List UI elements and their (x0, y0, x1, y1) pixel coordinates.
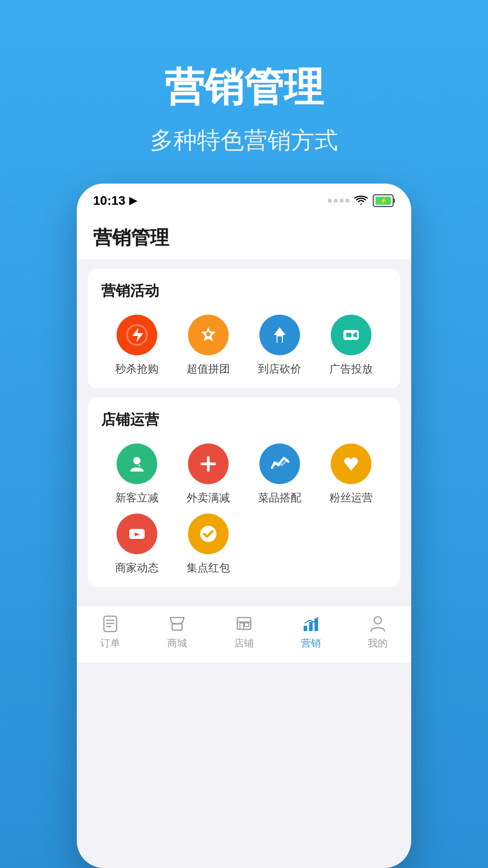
new-customer-item[interactable]: ✦ 新客立减 (101, 443, 173, 505)
battery-indicator: ⚡ (373, 194, 395, 207)
nav-item-shop[interactable]: 商城 (167, 614, 187, 650)
svg-rect-9 (201, 462, 216, 465)
nav-item-store[interactable]: 店铺 (234, 614, 254, 650)
menu-match-item[interactable]: 菜品搭配 (244, 443, 315, 505)
status-bar: 10:13 ▶ (77, 184, 411, 212)
delivery-discount-item[interactable]: 外卖满减 (173, 443, 244, 505)
store-icon (235, 614, 253, 633)
fan-ops-label: 粉丝运营 (329, 491, 373, 505)
svg-rect-23 (309, 622, 313, 631)
flash-sale-icon (117, 315, 157, 355)
svg-point-25 (374, 617, 381, 624)
flash-sale-label: 秒杀抢购 (115, 362, 159, 376)
fan-ops-item[interactable]: 粉丝运营 (315, 443, 387, 505)
svg-point-1 (206, 332, 211, 336)
advertising-icon (331, 315, 371, 355)
nav-item-mine[interactable]: 我的 (368, 614, 388, 650)
stamp-red-icon (188, 514, 229, 554)
nav-item-marketing[interactable]: 营销 (301, 614, 321, 650)
group-buy-icon (188, 315, 229, 355)
app-header: 营销管理 (77, 212, 411, 259)
svg-rect-17 (172, 624, 182, 630)
header-section: 营销管理 多种特色营销方式 (150, 0, 338, 156)
group-buy-label: 超值拼团 (187, 362, 230, 376)
delivery-discount-icon (188, 443, 229, 484)
marketing-activities-grid: 秒杀抢购 超值拼团 (101, 315, 387, 376)
bottom-nav: 订单 商城 店铺 (77, 605, 411, 663)
page-subtitle: 多种特色营销方式 (150, 125, 338, 156)
stamp-red-item[interactable]: 集点红包 (173, 514, 244, 575)
svg-rect-19 (240, 623, 244, 629)
status-time: 10:13 ▶ (93, 193, 137, 208)
nav-label-marketing: 营销 (301, 637, 321, 650)
nav-label-store: 店铺 (234, 637, 254, 650)
advertising-label: 广告投放 (329, 362, 373, 376)
mine-icon (368, 614, 387, 633)
svg-rect-2 (277, 336, 282, 343)
flash-sale-item[interactable]: 秒杀抢购 (101, 315, 173, 376)
nav-label-mine: 我的 (368, 637, 388, 650)
new-customer-label: 新客立减 (115, 491, 159, 505)
marketing-icon (301, 614, 320, 633)
nav-label-shop: 商城 (167, 637, 187, 650)
signal-bars (328, 199, 349, 203)
wifi-icon (354, 195, 368, 206)
orders-icon (101, 614, 120, 633)
store-operations-grid: ✦ 新客立减 外卖满减 (101, 443, 387, 575)
phone-mockup: 10:13 ▶ (77, 184, 411, 868)
app-title: 营销管理 (93, 225, 395, 250)
page-background: 营销管理 多种特色营销方式 10:13 ▶ (0, 0, 488, 868)
marketing-activities-title: 营销活动 (101, 281, 387, 301)
menu-match-label: 菜品搭配 (258, 491, 301, 505)
merchant-news-icon (117, 514, 157, 554)
store-operations-title: 店铺运营 (101, 410, 387, 430)
status-right: ⚡ (328, 194, 395, 207)
svg-rect-22 (304, 626, 307, 631)
store-operations-card: 店铺运营 ✦ 新客立减 (88, 397, 400, 587)
svg-text:✦: ✦ (137, 463, 141, 468)
page-main-title: 营销管理 (150, 63, 338, 111)
advertising-item[interactable]: 广告投放 (315, 315, 387, 376)
content-area: 营销活动 秒杀抢购 (77, 259, 411, 606)
location-arrow-icon: ▶ (129, 195, 137, 207)
new-customer-icon: ✦ (117, 443, 157, 484)
in-store-discount-label: 到店砍价 (258, 362, 301, 376)
stamp-red-label: 集点红包 (187, 561, 230, 575)
merchant-news-label: 商家动态 (115, 561, 159, 575)
menu-match-icon (259, 443, 300, 484)
shop-icon (168, 614, 187, 633)
svg-rect-4 (346, 333, 352, 337)
marketing-activities-card: 营销活动 秒杀抢购 (88, 269, 400, 388)
merchant-news-item[interactable]: 商家动态 (101, 514, 173, 575)
nav-label-orders: 订单 (100, 637, 120, 650)
nav-item-orders[interactable]: 订单 (100, 614, 120, 650)
delivery-discount-label: 外卖满减 (187, 491, 230, 505)
in-store-discount-item[interactable]: 到店砍价 (244, 315, 315, 376)
svg-rect-20 (244, 623, 249, 627)
group-buy-item[interactable]: 超值拼团 (173, 315, 244, 376)
in-store-discount-icon (259, 315, 300, 355)
fan-ops-icon (331, 443, 371, 484)
